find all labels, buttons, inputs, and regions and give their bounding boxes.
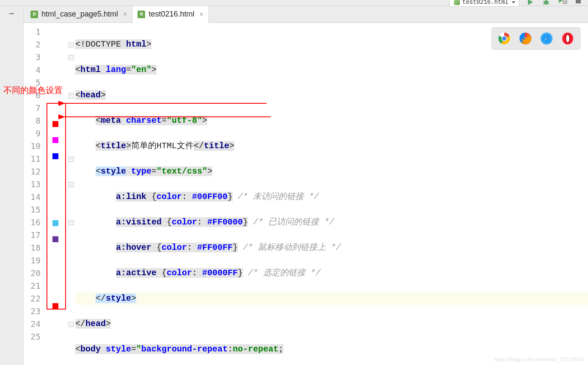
line-number: 2 <box>24 38 41 51</box>
svg-rect-10 <box>565 0 566 3</box>
line-number: 11 <box>24 152 41 165</box>
chrome-icon[interactable] <box>498 32 511 45</box>
fold-end-icon[interactable]: - <box>69 322 74 327</box>
left-tool-strip: — <box>0 6 24 365</box>
fold-gutter: - - - - - - - <box>67 23 75 365</box>
line-number: 3 <box>24 51 41 64</box>
color-swatch[interactable] <box>52 105 58 111</box>
tab-label: html_case_page5.html <box>41 10 118 19</box>
code-line[interactable]: <head> <box>75 89 588 102</box>
code-content[interactable]: <!DOCTYPE html> <html lang="en"> <head> … <box>75 23 588 365</box>
svg-marker-0 <box>528 0 533 5</box>
svg-marker-7 <box>559 0 563 3</box>
fold-toggle-icon[interactable]: - <box>69 93 74 98</box>
color-swatch-gutter <box>44 23 67 365</box>
coverage-run-icon[interactable] <box>558 0 567 7</box>
line-number: 8 <box>24 114 41 127</box>
code-line-current[interactable]: </style> <box>75 292 588 305</box>
line-number: 18 <box>24 241 41 254</box>
debug-icon[interactable] <box>542 0 550 6</box>
line-number: 13 <box>24 178 41 191</box>
code-line[interactable]: </head> <box>75 318 588 330</box>
line-number: 9 <box>24 127 41 140</box>
line-number: 20 <box>24 267 41 279</box>
tab-label: test0216.html <box>148 10 194 19</box>
fold-end-icon[interactable]: - <box>69 157 74 162</box>
toolbar-right: test0216.html <box>449 0 582 7</box>
html-file-icon: H <box>137 11 145 18</box>
svg-line-4 <box>548 1 549 2</box>
line-number: 19 <box>24 254 41 267</box>
ide-window: test0216.html — H html_case_page5.html × <box>0 0 588 365</box>
html-file-icon <box>454 0 460 5</box>
run-icon[interactable] <box>527 0 534 6</box>
line-number-gutter: 1 2 3 4 5 6 7 8 9 10 11 12 13 14 15 16 1… <box>24 23 44 365</box>
code-line[interactable]: <style type="text/css"> <box>75 165 588 178</box>
tab-html-case-page5[interactable]: H html_case_page5.html × <box>25 6 132 22</box>
svg-point-17 <box>502 36 506 41</box>
line-number: 16 <box>24 216 41 229</box>
minimize-icon[interactable]: — <box>9 8 14 18</box>
run-config-dropdown[interactable]: test0216.html <box>449 0 519 7</box>
close-icon[interactable]: × <box>123 11 127 18</box>
line-number: 24 <box>24 318 41 330</box>
line-number: 25 <box>24 330 41 343</box>
code-line[interactable]: <html lang="en"> <box>75 64 588 76</box>
line-number: 7 <box>24 102 41 114</box>
browser-preview-panel <box>492 28 580 50</box>
fold-end-icon[interactable]: - <box>69 220 74 225</box>
annotation-label: 不同的颜色设置 <box>3 85 63 96</box>
color-swatch[interactable] <box>52 137 58 143</box>
code-line[interactable]: a:hover {color: #FF00FF} /* 鼠标移动到链接上 */ <box>75 241 588 254</box>
color-swatch[interactable] <box>52 236 58 242</box>
svg-rect-9 <box>564 1 565 3</box>
line-number: 14 <box>24 191 41 203</box>
svg-point-1 <box>544 0 548 5</box>
svg-line-6 <box>548 3 549 4</box>
safari-icon[interactable] <box>540 32 553 45</box>
fold-toggle-icon[interactable]: - <box>69 55 74 60</box>
firefox-icon[interactable] <box>519 32 532 45</box>
svg-rect-8 <box>563 0 567 3</box>
code-line[interactable]: a:visited {color: #FF0000} /* 已访问的链接 */ <box>75 216 588 229</box>
line-number: 22 <box>24 292 41 305</box>
line-number: 1 <box>24 25 41 38</box>
code-line[interactable]: <title>简单的HTML文件</title> <box>75 140 588 152</box>
line-number: 15 <box>24 203 41 216</box>
opera-icon[interactable] <box>561 32 574 45</box>
code-line[interactable]: a:link {color: #00FF00} /* 未访问的链接 */ <box>75 191 588 203</box>
code-line[interactable]: <body style="background-repeat:no-repeat… <box>75 343 588 356</box>
svg-point-29 <box>566 35 569 42</box>
run-config-label: test0216.html <box>462 0 508 6</box>
fold-toggle-icon[interactable]: - <box>69 182 74 187</box>
code-editor[interactable]: 1 2 3 4 5 6 7 8 9 10 11 12 13 14 15 16 1… <box>24 23 588 365</box>
watermark-text: https://blog.csdn.net/sinat_33718563 <box>494 356 584 362</box>
color-swatch[interactable] <box>52 153 58 159</box>
tab-test0216[interactable]: H test0216.html × <box>132 6 209 22</box>
code-line[interactable]: a:active {color: #0000FF} /* 选定的链接 */ <box>75 267 588 279</box>
svg-line-5 <box>543 3 544 4</box>
line-number: 12 <box>24 165 41 178</box>
fold-toggle-icon[interactable]: - <box>69 42 74 47</box>
color-swatch[interactable] <box>52 121 58 127</box>
svg-rect-11 <box>576 0 581 3</box>
line-number: 17 <box>24 229 41 241</box>
line-number: 4 <box>24 64 41 76</box>
line-number: 10 <box>24 140 41 152</box>
svg-line-3 <box>543 1 544 2</box>
close-icon[interactable]: × <box>200 11 203 18</box>
editor-tabs: H html_case_page5.html × H test0216.html… <box>0 6 588 23</box>
top-toolbar: test0216.html <box>0 0 588 6</box>
html-file-icon: H <box>30 11 38 18</box>
color-swatch[interactable] <box>52 220 58 226</box>
line-number: 23 <box>24 305 41 318</box>
code-line[interactable]: <meta charset="utf-8"> <box>75 114 588 127</box>
color-swatch[interactable] <box>52 303 58 309</box>
stop-icon[interactable] <box>575 0 582 6</box>
line-number: 21 <box>24 279 41 292</box>
